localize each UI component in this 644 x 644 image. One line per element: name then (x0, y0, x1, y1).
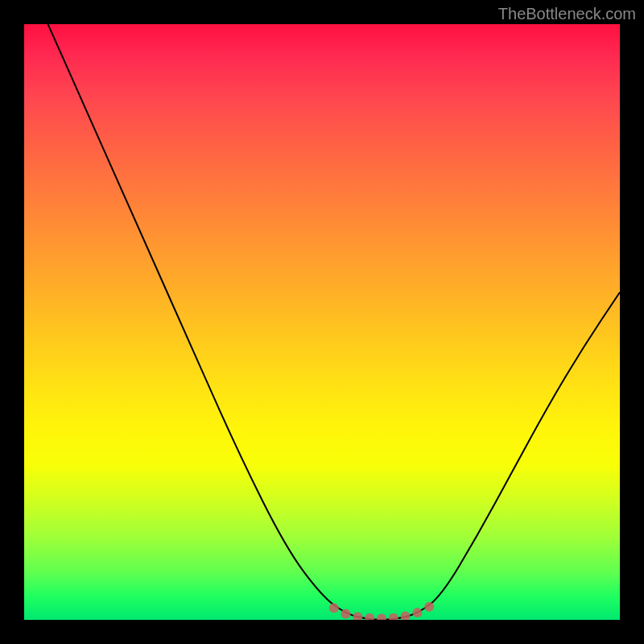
watermark-text: TheBottleneck.com (498, 5, 636, 23)
optimal-dot (377, 614, 386, 620)
optimal-dot (329, 603, 339, 613)
optimal-dot (424, 602, 434, 612)
optimal-dot (389, 613, 398, 620)
optimal-dot (341, 609, 351, 619)
chart-area (24, 24, 620, 620)
optimal-zone-dots (329, 602, 434, 620)
optimal-dot (401, 612, 411, 620)
optimal-dot (412, 608, 422, 617)
optimal-dot (365, 613, 374, 620)
chart-svg (24, 24, 620, 620)
optimal-dot (353, 612, 362, 620)
bottleneck-curve (48, 24, 620, 620)
